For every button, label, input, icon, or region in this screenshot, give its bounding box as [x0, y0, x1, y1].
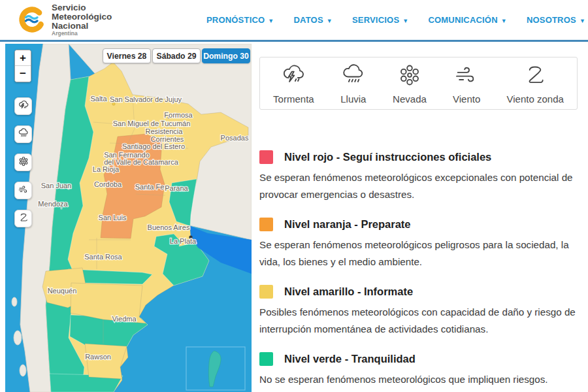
- alert-level-description: Posibles fenómenos meteorológicos con ca…: [259, 304, 578, 338]
- main-nav: PRONÓSTICO▼DATOS▼SERVICIOS▼COMUNICACIÓN▼…: [206, 15, 588, 25]
- nav-item-comunicacin[interactable]: COMUNICACIÓN▼: [428, 15, 507, 25]
- wind-icon: [453, 62, 480, 91]
- map-label: Santa Fe: [135, 183, 165, 191]
- nav-item-pronstico[interactable]: PRONÓSTICO▼: [206, 15, 274, 25]
- zoom-out-button[interactable]: −: [15, 66, 31, 82]
- phenomenon-label: Tormenta: [273, 93, 314, 105]
- alert-color-swatch: [259, 352, 273, 366]
- phenomenon-label: Nevada: [393, 93, 427, 105]
- map-label: Mendoza: [38, 200, 68, 208]
- phenomenon-label: Viento: [453, 93, 480, 105]
- map-label: Rawson: [85, 353, 111, 361]
- alert-legend: Nivel rojo - Seguí instrucciones oficial…: [259, 150, 578, 388]
- logo-title: ServicioMeteorológicoNacional: [52, 3, 112, 30]
- phenomenon-lluvia: Lluvia: [340, 62, 367, 105]
- chevron-down-icon: ▼: [268, 18, 274, 24]
- alert-level-title: Nivel amarillo - Informate: [284, 286, 413, 298]
- layer-buttons: [14, 97, 32, 227]
- map-label: Posadas: [221, 134, 249, 142]
- phenomena-box: Tormenta Lluvia Nevada Viento: [259, 57, 578, 110]
- map-label: San Juan: [41, 182, 71, 189]
- logo-subtitle: Argentina: [52, 31, 112, 37]
- day-tab-viernes-28[interactable]: Viernes 28: [103, 48, 151, 63]
- day-tabs: Viernes 28Sábado 29Domingo 30: [103, 48, 250, 63]
- day-tab-domingo-30[interactable]: Domingo 30: [202, 48, 250, 63]
- map-label: Formosa: [164, 111, 193, 119]
- layer-button-wind-icon[interactable]: [14, 182, 32, 199]
- phenomenon-label: Lluvia: [340, 93, 366, 105]
- map-label: Cordoba: [94, 180, 122, 188]
- alert-level-description: No se esperan fenómenos meteorológicos q…: [259, 371, 578, 388]
- zonda-icon: [522, 62, 548, 91]
- zoom-in-button[interactable]: +: [15, 50, 31, 66]
- map-label: Salta: [90, 95, 107, 103]
- map-label: Resistencia: [146, 127, 184, 135]
- alert-color-swatch: [259, 218, 273, 231]
- zonda-icon: [18, 212, 29, 226]
- alert-level-description: Se esperan fenómenos meteorológicos exce…: [259, 169, 578, 203]
- phenomenon-viento: Viento: [453, 62, 480, 105]
- chevron-down-icon: ▼: [327, 18, 333, 24]
- nav-item-datos[interactable]: DATOS▼: [293, 15, 332, 25]
- map-canvas[interactable]: SaltaSan Salvador de JujuyFormosaSan Mig…: [5, 44, 252, 392]
- map-label: Santiago del Estero: [122, 142, 185, 150]
- alert-level-item: Nivel verde - Tranquilidad No se esperan…: [259, 352, 578, 388]
- map-label: Buenos Aires: [148, 223, 190, 231]
- rain-icon: [18, 127, 29, 142]
- phenomenon-label: Viento zonda: [507, 93, 564, 105]
- alert-level-title: Nivel naranja - Preparate: [284, 218, 411, 231]
- phenomenon-nevada: Nevada: [393, 62, 427, 105]
- zoom-control: + −: [14, 50, 31, 82]
- rain-icon: [340, 62, 367, 91]
- map-label: Viedma: [112, 315, 137, 323]
- nav-item-servicios[interactable]: SERVICIOS▼: [352, 15, 408, 25]
- wind-icon: [18, 184, 29, 198]
- map-label: Santa Rosa: [84, 253, 122, 261]
- layer-button-rain-icon[interactable]: [14, 125, 32, 143]
- chevron-down-icon: ▼: [402, 18, 408, 24]
- map-label: San Luis: [99, 214, 127, 221]
- smn-logo[interactable]: ServicioMeteorológicoNacional Argentina: [17, 3, 112, 37]
- map-label: San Miguel de Tucumán: [113, 120, 191, 127]
- chevron-down-icon: ▼: [501, 18, 507, 24]
- smn-logo-icon: [17, 5, 47, 35]
- layer-button-snow-icon[interactable]: [14, 154, 32, 171]
- storm-icon: [280, 62, 306, 91]
- map-label: La Plata: [170, 237, 197, 245]
- snow-icon: [397, 62, 423, 91]
- inset-overview-map: [186, 347, 245, 390]
- alert-color-swatch: [259, 285, 273, 299]
- map-label: San Salvador de Jujuy: [110, 95, 182, 103]
- alert-level-title: Nivel verde - Tranquilidad: [284, 353, 416, 365]
- alert-level-title: Nivel rojo - Seguí instrucciones oficial…: [284, 151, 491, 163]
- map-label: Parana: [165, 184, 188, 192]
- alert-map[interactable]: SaltaSan Salvador de JujuyFormosaSan Mig…: [5, 44, 252, 392]
- alert-color-swatch: [259, 150, 273, 164]
- phenomenon-viento-zonda: Viento zonda: [507, 62, 564, 105]
- nav-item-nosotros[interactable]: NOSOTROS▼: [527, 15, 585, 25]
- phenomenon-tormenta: Tormenta: [273, 62, 314, 105]
- alert-level-item: Nivel amarillo - Informate Posibles fenó…: [259, 285, 578, 338]
- alert-level-description: Se esperan fenómenos meteorológicos peli…: [259, 237, 578, 270]
- alert-level-item: Nivel naranja - Preparate Se esperan fen…: [259, 218, 578, 270]
- chevron-down-icon: ▼: [580, 18, 585, 24]
- storm-icon: [18, 99, 29, 114]
- layer-button-storm-icon[interactable]: [14, 97, 32, 115]
- site-header: ServicioMeteorológicoNacional Argentina …: [0, 0, 588, 42]
- map-label: Neuquén: [48, 287, 77, 295]
- map-label: La Rioja: [93, 165, 120, 173]
- alert-panel: Tormenta Lluvia Nevada Viento: [259, 44, 588, 392]
- day-tab-s-bado-29[interactable]: Sábado 29: [152, 48, 201, 63]
- snow-icon: [18, 155, 29, 170]
- layer-button-zonda-icon[interactable]: [14, 210, 32, 227]
- alert-level-item: Nivel rojo - Seguí instrucciones oficial…: [259, 150, 578, 203]
